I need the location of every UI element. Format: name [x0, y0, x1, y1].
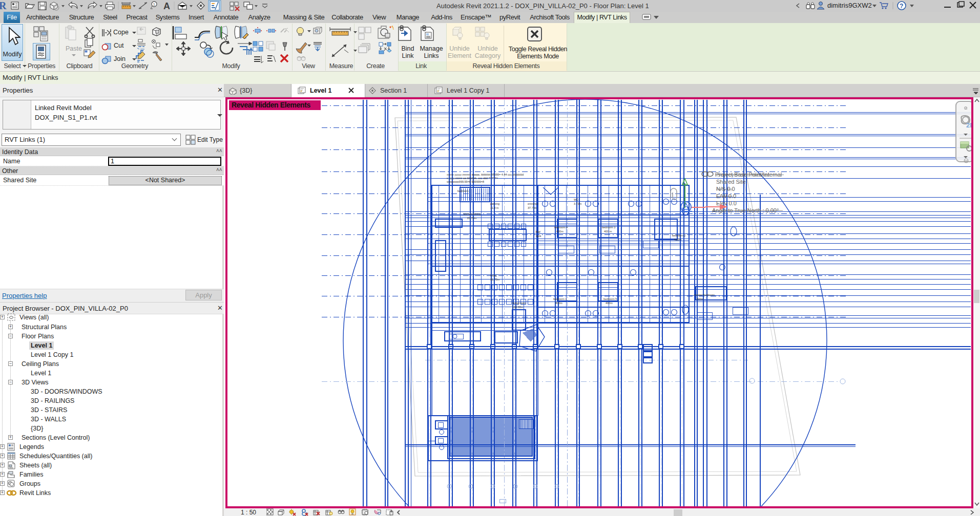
svg-text:133.00m: 133.00m: [512, 306, 524, 309]
svg-text:living: living: [490, 274, 497, 277]
svg-text:dimitris9GXW2: dimitris9GXW2: [827, 2, 872, 9]
svg-text:WC: WC: [574, 198, 578, 201]
svg-text:bedroom: bedroom: [457, 189, 469, 192]
svg-text:23.70m: 23.70m: [467, 217, 477, 220]
svg-text:bedroom 5: bedroom 5: [603, 297, 617, 300]
svg-text:x yyyy zzzzz aa bbbbbb, ccc dd: x yyyy zzzzz aa bbbbbb, ccc ddd 77777=: [447, 177, 498, 180]
svg-text:37.73m: 37.73m: [528, 206, 537, 209]
svg-text:A: A: [163, 1, 170, 11]
svg-text:?: ?: [900, 3, 903, 10]
svg-text:3.73m: 3.73m: [574, 202, 582, 205]
svg-text:400m: 400m: [697, 297, 704, 300]
svg-text:400m: 400m: [555, 302, 562, 305]
svg-text:Elev 0.0: Elev 0.0: [716, 200, 737, 206]
svg-text:bedroom 3: bedroom 3: [602, 226, 615, 229]
svg-text:xxxxx yyyyy zzzzzz aaaaa, bbbb: xxxxx yyyyy zzzzzz aaaaa, bbbbbb 66666= …: [447, 173, 524, 176]
svg-text:rack: rack: [536, 234, 541, 238]
svg-text:parking: parking: [490, 202, 499, 205]
svg-text:entrance: entrance: [528, 202, 538, 205]
svg-text:Shared Site:: Shared Site:: [716, 179, 747, 185]
svg-text:2D: 2D: [966, 121, 973, 129]
svg-text:36.70m: 36.70m: [490, 278, 500, 281]
svg-text:1: 1: [153, 2, 156, 7]
svg-text:bedroom 4: bedroom 4: [554, 226, 568, 229]
svg-text:kitchen/dining: kitchen/dining: [464, 212, 481, 216]
svg-text:bedroom 1: bedroom 1: [553, 297, 567, 300]
svg-text:400m: 400m: [606, 302, 613, 305]
svg-text:400m: 400m: [674, 238, 681, 241]
svg-text:wwwwww999.99=8 999999=8: wwwwww999.99=8 999999=8: [446, 180, 484, 183]
svg-text:400 m: 400 m: [604, 230, 612, 233]
svg-text:bedroom 2: bedroom 2: [672, 234, 685, 237]
svg-text:400m: 400m: [556, 230, 564, 233]
svg-text:11.3 m: 11.3 m: [490, 206, 499, 209]
svg-text:BW: BW: [536, 230, 541, 233]
svg-text:master bedroom: master bedroom: [694, 293, 715, 296]
svg-text:R: R: [0, 0, 7, 11]
svg-text:living room: living room: [512, 302, 526, 305]
